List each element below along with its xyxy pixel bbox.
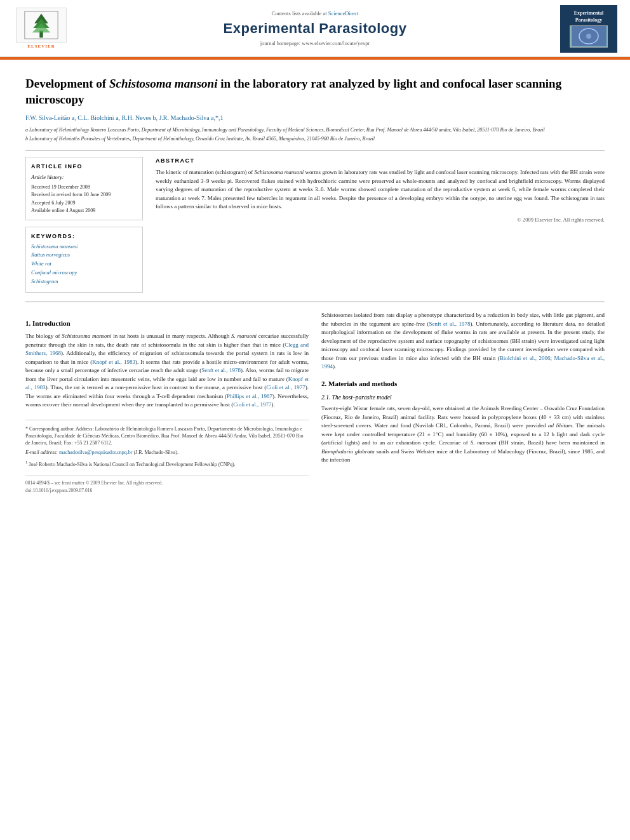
ref-clegg-smithers[interactable]: Clegg and Smithers, 1968: [25, 342, 309, 357]
copyright-line: © 2009 Elsevier Inc. All rights reserved…: [156, 217, 605, 224]
subsection2-1-title: 2.1. The host–parasite model: [321, 394, 605, 402]
doi-text: doi:10.1016/j.exppara.2009.07.016: [25, 488, 309, 495]
keywords-title: Keywords:: [31, 232, 137, 241]
keywords-box: Keywords: Schistosoma mansoni Rattus nor…: [25, 227, 143, 293]
revised-date: Received in revised form 10 June 2009: [31, 191, 137, 198]
keyword-4: Confocal microscopy: [31, 269, 137, 277]
email-link[interactable]: machadosilva@pesquisador.cnpq.br: [59, 450, 132, 455]
section1-right-text: Schistosomes isolated from rats display …: [321, 311, 605, 371]
ref-senft-1978-right[interactable]: Senft et al., 1978: [429, 321, 470, 327]
journal-logo-right: ExperimentalParasitology: [560, 5, 617, 53]
journal-homepage: journal homepage: www.elsevier.com/locat…: [70, 40, 560, 48]
section1-title: 1. Introduction: [25, 319, 309, 328]
info-abstract-section: ARTICLE INFO Article history: Received 1…: [25, 157, 605, 293]
elsevier-logo: ELSEVIER: [13, 8, 70, 50]
svg-point-7: [586, 34, 591, 39]
footnote-email: E-mail address: machadosilva@pesquisador…: [25, 449, 309, 456]
ref-machado-silva-1994[interactable]: Machado-Silva et al., 1994: [321, 355, 605, 370]
ref-cioli-1977[interactable]: Cioli et al., 1977: [266, 384, 305, 390]
footnote-1: 1 José Roberto Machado-Silva is National…: [25, 459, 309, 468]
page: ELSEVIER Contents lists available at Sci…: [0, 0, 630, 840]
accepted-date: Accepted 6 July 2009: [31, 199, 137, 206]
article-title-italic: Schistosoma mansoni: [109, 77, 218, 90]
article-history-label: Article history:: [31, 174, 137, 182]
ref-cioli-1977b[interactable]: Cioli et al., 1977: [233, 401, 271, 408]
journal-logo-thumbnail: [572, 26, 607, 46]
divider-2: [25, 302, 605, 302]
article-info-box: ARTICLE INFO Article history: Received 1…: [25, 157, 143, 220]
elsevier-tree-icon: [22, 11, 60, 39]
sciencedirect-bar: Contents lists available at ScienceDirec…: [70, 10, 560, 18]
section2-text: Twenty-eight Wistar female rats, seven d…: [321, 404, 605, 465]
footnote-star: * Corresponding author. Address: Laborat…: [25, 425, 309, 447]
journal-logo-image: [570, 25, 608, 48]
divider-1: [25, 150, 605, 150]
article-info-title: ARTICLE INFO: [31, 163, 137, 171]
right-column: ABSTRACT The kinetic of maturation (schi…: [156, 157, 605, 293]
ref-knopf-1983[interactable]: Knopf et al., 1983: [92, 359, 135, 365]
journal-logo-text: ExperimentalParasitology: [574, 10, 604, 23]
received-date: Received 19 December 2008: [31, 183, 137, 190]
footnotes-section: * Corresponding author. Address: Laborat…: [25, 420, 309, 468]
body-left-column: 1. Introduction The biology of Schistoso…: [25, 311, 309, 494]
authors-line: F.W. Silva-Leitão a, C.L. Biolchini a, R…: [25, 114, 605, 123]
affiliation-b: b Laboratory of Helminths Parasites of V…: [25, 135, 605, 142]
section2-title: 2. Materials and methods: [321, 379, 605, 389]
available-date: Available online 4 August 2009: [31, 207, 137, 214]
elsevier-logo-box: [16, 8, 67, 43]
sciencedirect-link[interactable]: ScienceDirect: [328, 10, 359, 17]
article-title: Development of Schistosoma mansoni in th…: [25, 76, 605, 107]
journal-header-center: Contents lists available at ScienceDirec…: [70, 10, 560, 48]
abstract-title: ABSTRACT: [156, 157, 605, 165]
sciencedirect-prefix: Contents lists available at: [272, 10, 327, 17]
keyword-2: Rattus norvegicus: [31, 251, 137, 259]
keyword-5: Schistogram: [31, 278, 137, 286]
body-content: 1. Introduction The biology of Schistoso…: [25, 311, 605, 494]
bottom-bar: 0014-4894/$ – see front matter © 2009 El…: [25, 476, 309, 487]
body-right-column: Schistosomes isolated from rats display …: [321, 311, 605, 494]
left-column: ARTICLE INFO Article history: Received 1…: [25, 157, 143, 293]
ref-phillips-1987[interactable]: Phillips et al., 1987: [227, 393, 272, 399]
affiliation-a: a Laboratory of Helminthology Romero Las…: [25, 126, 605, 133]
affiliations: a Laboratory of Helminthology Romero Las…: [25, 126, 605, 142]
ref-senft-1978[interactable]: Senft et al., 1978: [201, 367, 241, 373]
journal-header: ELSEVIER Contents lists available at Sci…: [0, 0, 630, 57]
issn-text: 0014-4894/$ – see front matter © 2009 El…: [25, 480, 163, 487]
journal-title: Experimental Parasitology: [70, 19, 560, 39]
abstract-text: The kinetic of maturation (schistogram) …: [156, 168, 605, 211]
elsevier-label: ELSEVIER: [27, 44, 55, 50]
paper-content: Development of Schistosoma mansoni in th…: [0, 60, 630, 507]
keyword-3: White rat: [31, 260, 137, 268]
ref-biolchini-2006[interactable]: Biolchini et al., 2006: [500, 355, 551, 361]
keyword-1: Schistosoma mansoni: [31, 243, 137, 251]
section1-text: The biology of Schistosoma mansoni in ra…: [25, 332, 309, 410]
